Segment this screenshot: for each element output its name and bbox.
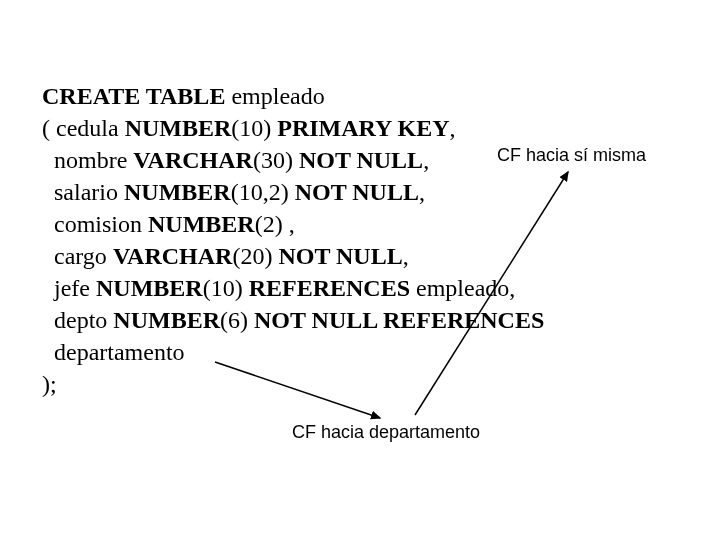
text: (10) [231, 115, 277, 141]
keyword: NUMBER [113, 307, 220, 333]
keyword: NUMBER [148, 211, 255, 237]
text: (10,2) [231, 179, 295, 205]
text: , [423, 147, 429, 173]
code-line-2: ( cedula NUMBER(10) PRIMARY KEY, [42, 115, 456, 141]
code-line-9: departamento [42, 339, 185, 365]
text: salario [42, 179, 124, 205]
text: , [403, 243, 409, 269]
code-line-8: depto NUMBER(6) NOT NULL REFERENCES [42, 307, 544, 333]
code-line-4: salario NUMBER(10,2) NOT NULL, [42, 179, 425, 205]
text: ( cedula [42, 115, 125, 141]
keyword: PRIMARY KEY [277, 115, 449, 141]
text: ); [42, 371, 57, 397]
text: comision [42, 211, 148, 237]
text: (30) [253, 147, 299, 173]
keyword: NOT NULL [278, 243, 402, 269]
keyword: REFERENCES [249, 275, 410, 301]
keyword: CREATE TABLE [42, 83, 225, 109]
annotation-departamento: CF hacia departamento [288, 420, 484, 445]
keyword: NOT NULL [299, 147, 423, 173]
keyword: NUMBER [125, 115, 232, 141]
text: depto [42, 307, 113, 333]
annotation-self-ref: CF hacia sí misma [493, 143, 650, 168]
keyword: VARCHAR [133, 147, 253, 173]
text: empleado, [410, 275, 515, 301]
text: , [450, 115, 456, 141]
keyword: NOT NULL [295, 179, 419, 205]
keyword: NUMBER [96, 275, 203, 301]
text: empleado [225, 83, 324, 109]
code-line-3: nombre VARCHAR(30) NOT NULL, [42, 147, 429, 173]
keyword: NUMBER [124, 179, 231, 205]
code-line-7: jefe NUMBER(10) REFERENCES empleado, [42, 275, 515, 301]
text: jefe [42, 275, 96, 301]
sql-code-block: CREATE TABLE empleado ( cedula NUMBER(10… [42, 80, 544, 400]
text: (10) [203, 275, 249, 301]
text: nombre [42, 147, 133, 173]
code-line-6: cargo VARCHAR(20) NOT NULL, [42, 243, 409, 269]
text: (2) , [255, 211, 295, 237]
text: departamento [42, 339, 185, 365]
text: (20) [232, 243, 278, 269]
code-line-10: ); [42, 371, 57, 397]
text: cargo [42, 243, 113, 269]
text: (6) [220, 307, 254, 333]
code-line-1: CREATE TABLE empleado [42, 83, 325, 109]
keyword: NOT NULL REFERENCES [254, 307, 544, 333]
code-line-5: comision NUMBER(2) , [42, 211, 295, 237]
keyword: VARCHAR [113, 243, 233, 269]
text: , [419, 179, 425, 205]
